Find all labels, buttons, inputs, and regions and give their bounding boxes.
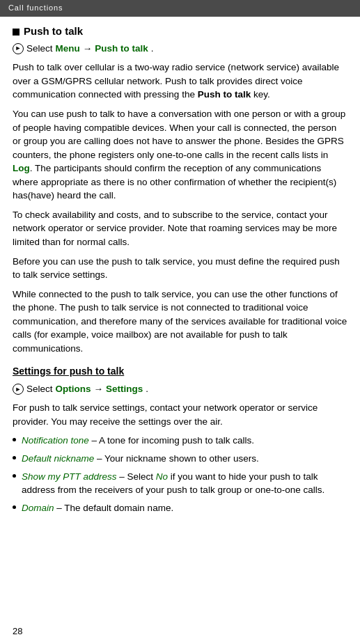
subsection-description: For push to talk service settings, conta… [13,401,347,428]
menu-link2[interactable]: Push to talk [95,42,148,56]
menu-prefix: Select [26,42,53,56]
bullet-list: Notification tone – A tone for incoming … [13,434,347,515]
log-link[interactable]: Log [13,163,30,173]
para1-text2: key. [251,89,270,100]
page-number: 28 [13,625,22,638]
no-link[interactable]: No [156,471,168,482]
paragraph-5: While connected to the push to talk serv… [13,288,347,356]
circle-arrow-icon: ► [13,43,24,54]
bullet-dot-icon-4 [13,505,16,509]
menu-link1[interactable]: Menu [56,42,80,56]
para5-text: While connected to the push to talk serv… [13,289,347,354]
notification-tone-link[interactable]: Notification tone [22,435,89,446]
content-area: Push to talk ► Select Menu → Push to tal… [0,17,360,531]
push-to-talk-key-label: Push to talk [198,89,251,100]
options-suffix: . [146,382,148,396]
list-item: Default nickname – Your nickname shown t… [13,452,347,466]
bullet-3-rest1: – Select [117,471,156,482]
header-text: Call functions [8,3,63,12]
section-heading: Push to talk [24,24,83,39]
bullet-item-4-text: Domain – The default domain name. [22,501,173,515]
para2-text1: You can use push to talk to have a conve… [13,109,345,160]
menu-arrow: → [83,42,93,56]
options-arrow: → [94,382,104,396]
para1-text1: Push to talk over cellular is a two-way … [13,62,339,100]
menu-instruction: ► Select Menu → Push to talk . [13,42,347,56]
options-prefix: Select [26,382,53,396]
circle-arrow-icon-2: ► [13,384,24,395]
default-nickname-link[interactable]: Default nickname [22,453,94,464]
paragraph-1: Push to talk over cellular is a two-way … [13,61,347,102]
domain-link[interactable]: Domain [22,503,54,513]
options-link1[interactable]: Options [56,382,91,396]
menu-suffix: . [151,42,154,56]
show-ptt-address-link[interactable]: Show my PTT address [22,471,117,482]
bullet-dot-icon-3 [13,474,16,478]
options-instruction: ► Select Options → Settings . [13,382,347,396]
list-item: Notification tone – A tone for incoming … [13,434,347,448]
para3-text: To check availability and costs, and to … [13,210,337,247]
list-item: Show my PTT address – Select No if you w… [13,470,347,497]
paragraph-2: You can use push to talk to have a conve… [13,107,347,203]
header-bar: Call functions [0,0,360,17]
paragraph-4: Before you can use the push to talk serv… [13,255,347,282]
subsection-title: Settings for push to talk [13,364,347,378]
bullet-1-rest: – A tone for incoming push to talk calls… [89,435,254,446]
page-container: Call functions Push to talk ► Select Men… [0,0,360,644]
bullet-item-2-text: Default nickname – Your nickname shown t… [22,452,259,466]
options-link2[interactable]: Settings [106,382,143,396]
para2-text2: . The participants should confirm the re… [13,163,336,201]
bullet-item-1-text: Notification tone – A tone for incoming … [22,434,254,448]
subsection-heading: Settings for push to talk [13,366,124,377]
bullet-2-rest: – Your nickname shown to other users. [94,453,258,464]
paragraph-3: To check availability and costs, and to … [13,208,347,249]
para4-text: Before you can use the push to talk serv… [13,256,340,281]
section-title: Push to talk [13,24,347,39]
subsection-desc-text: For push to talk service settings, conta… [13,402,318,427]
bullet-4-rest: – The default domain name. [54,503,174,513]
bullet-item-3-text: Show my PTT address – Select No if you w… [22,470,347,497]
square-bullet-icon [13,29,19,36]
list-item: Domain – The default domain name. [13,501,347,515]
bullet-dot-icon [13,438,16,441]
bullet-dot-icon-2 [13,456,16,460]
